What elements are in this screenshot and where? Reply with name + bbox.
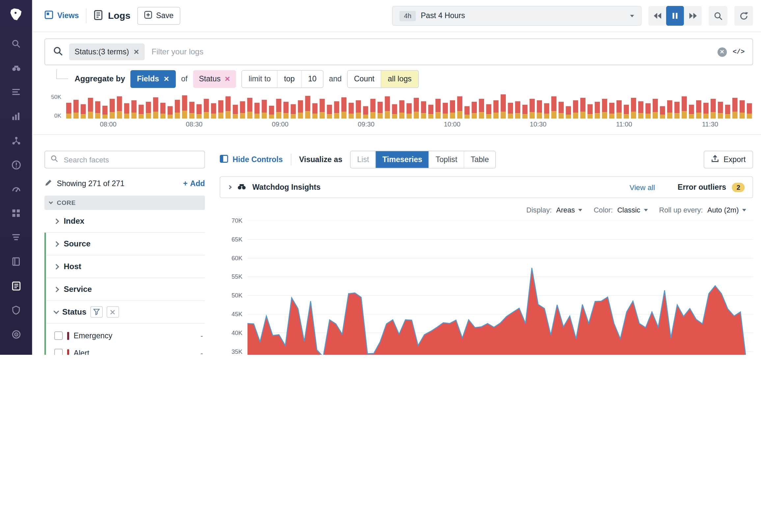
histogram-y-axis: 50K 0K [44,94,61,119]
facet-group-index[interactable]: Index [44,210,205,233]
graph-zoom-button[interactable] [709,6,728,26]
measure-group: Count all logs [347,70,419,88]
time-range-picker[interactable]: 4h Past 4 Hours [392,6,641,26]
status-checkbox[interactable] [54,331,63,340]
viz-option-list[interactable]: List [351,151,376,168]
monitors-icon[interactable] [0,152,32,177]
sidebar [0,0,32,355]
error-outliers-label[interactable]: Error outliers [678,183,726,192]
watchdog-insights-bar[interactable]: Watchdog Insights View all Error outlier… [220,176,753,198]
page-title: Logs [108,10,130,21]
logs-icon[interactable] [0,274,32,298]
notebooks-icon[interactable] [0,249,32,273]
chart-plot-area[interactable] [247,221,753,355]
facet-summary-row: Showing 271 of 271 +Add [44,179,205,189]
log-filter-input[interactable] [150,47,711,57]
x-tick: 08:00 [100,121,117,128]
filter-pill[interactable]: Status:(3 terms) ✕ [69,43,145,60]
log-volume-histogram: 50K 0K 08:0008:3009:0009:3010:0010:3011:… [32,91,761,130]
facet-group-service[interactable]: Service [46,278,205,301]
top-n-button[interactable]: 10 [301,71,323,87]
color-label: Color: [594,206,613,214]
security-icon[interactable] [0,298,32,322]
chevron-down-icon [742,209,746,211]
export-button[interactable]: Export [704,150,753,168]
y-tick: 50K [51,94,61,100]
display-select[interactable]: Areas [556,206,582,214]
facet-search[interactable] [44,150,205,168]
facet-pill-status[interactable]: Status✕ [193,70,236,88]
facet-group-label: Service [64,285,91,294]
app: Views Logs Save 4h Past 4 Hours [0,0,761,355]
facet-group-source[interactable]: Source [46,233,205,255]
y-tick: 50K [231,292,242,299]
plus-icon [144,11,152,21]
chevron-right-icon[interactable] [228,185,232,189]
color-select[interactable]: Classic [617,206,648,214]
time-range-label: Past 4 Hours [421,11,465,20]
views-button[interactable]: Views [44,10,79,21]
clear-facet-button[interactable] [107,306,119,318]
apm-icon[interactable] [0,129,32,152]
playback-controls [648,6,702,26]
log-stream-icon[interactable] [0,80,32,104]
visualize-as-label: Visualize as [299,155,342,164]
chevron-down-icon [644,209,648,211]
views-icon [44,10,53,21]
aggregate-row: Aggregate by Fields✕ of Status✕ limit to… [32,65,761,91]
search-row: Status:(3 terms) ✕ ✕ </> [32,32,761,65]
x-tick: 09:00 [272,121,288,128]
rollup-label: Roll up every: [659,206,703,214]
count-button[interactable]: Count [348,71,381,87]
edit-icon[interactable] [44,179,52,189]
filter-facet-button[interactable] [90,306,102,318]
clear-search-icon[interactable]: ✕ [717,47,727,56]
rewind-button[interactable] [648,6,666,26]
remove-icon[interactable]: ✕ [163,75,169,83]
status-checkbox[interactable] [54,349,63,355]
add-facet-button[interactable]: +Add [183,179,205,188]
limit-to-button[interactable]: limit to [242,71,277,87]
status-value-emergency[interactable]: Emergency - [54,327,203,344]
facet-group-status[interactable]: Status [46,301,205,324]
watchdog-icon[interactable] [0,56,32,80]
y-tick: 45K [231,311,242,318]
watchdog-title: Watchdog Insights [252,183,321,192]
histogram-plot[interactable]: 08:0008:3009:0009:3010:0010:3011:0011:30 [65,94,753,130]
save-button[interactable]: Save [137,7,180,25]
y-tick: 60K [231,255,242,262]
datadog-logo[interactable] [8,6,25,23]
remove-icon[interactable]: ✕ [225,75,230,83]
viz-option-timeseries[interactable]: Timeseries [376,151,429,168]
x-tick: 10:30 [530,121,547,128]
all-logs-button[interactable]: all logs [381,71,418,87]
limit-group: limit to top 10 [242,70,323,88]
y-tick: 65K [231,236,242,243]
core-group-header[interactable]: CORE [44,196,205,210]
viz-option-table[interactable]: Table [464,151,495,168]
code-toggle[interactable]: </> [733,48,744,55]
log-search-bar[interactable]: Status:(3 terms) ✕ ✕ </> [44,38,753,65]
remove-filter-icon[interactable]: ✕ [133,48,139,56]
view-all-link[interactable]: View all [630,183,655,191]
synthetics-icon[interactable] [0,177,32,201]
fast-forward-button[interactable] [684,6,702,26]
refresh-button[interactable] [734,6,753,26]
histogram-x-axis: 08:0008:3009:0009:3010:0010:3011:0011:30 [65,119,753,130]
status-value-alert[interactable]: Alert - [54,344,203,355]
viz-option-toplist[interactable]: Toplist [429,151,464,168]
facet-group-host[interactable]: Host [46,255,205,278]
search-icon[interactable] [0,31,32,56]
chart-display-controls: Display: Areas Color: Classic Roll up ev… [220,206,753,214]
rollup-select[interactable]: Auto (2m) [707,206,746,214]
facet-search-input[interactable] [63,155,199,164]
integrations-icon[interactable] [0,201,32,225]
aggregate-fields-button[interactable]: Fields✕ [130,70,176,88]
rum-icon[interactable] [0,322,32,346]
metrics-icon[interactable] [0,104,32,128]
divider [86,8,86,23]
pause-button[interactable] [666,6,684,26]
hide-controls-button[interactable]: Hide Controls [220,154,282,165]
top-button[interactable]: top [277,71,301,87]
pipelines-icon[interactable] [0,225,32,249]
